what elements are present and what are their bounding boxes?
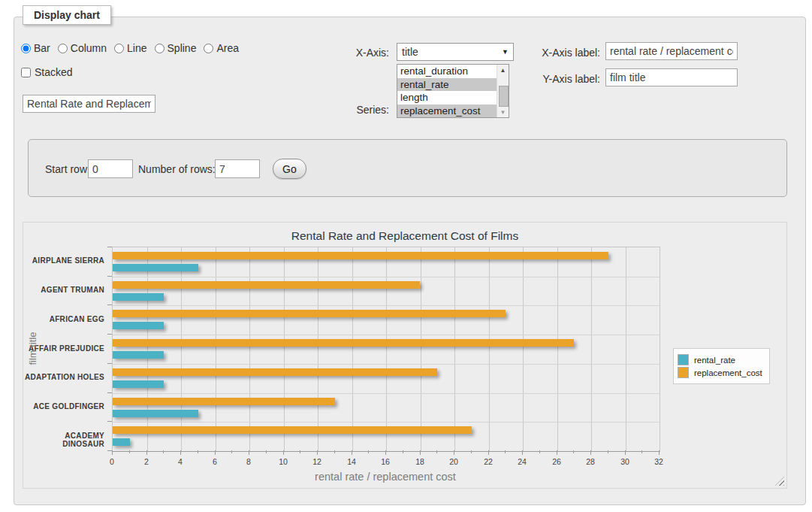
series-option-replacement_cost[interactable]: replacement_cost xyxy=(397,105,497,118)
panel-legend: Display chart xyxy=(23,5,111,25)
bar-rental_rate xyxy=(113,410,198,417)
category-label: AGENT TRUMAN xyxy=(23,286,104,294)
stacked-checkbox[interactable] xyxy=(21,68,31,77)
series-option-rental_rate[interactable]: rental_rate xyxy=(397,78,497,92)
bar-rental_rate xyxy=(113,322,164,329)
x-tick xyxy=(608,450,608,453)
bar-rental_rate xyxy=(113,264,198,271)
start-row-input[interactable] xyxy=(88,159,133,178)
chart-type-line[interactable]: Line xyxy=(114,42,146,54)
x-axis-select[interactable]: title ▼ xyxy=(397,43,514,61)
gridline-horizontal xyxy=(113,305,660,306)
resize-handle-icon[interactable] xyxy=(775,477,784,486)
x-tick xyxy=(659,450,660,455)
x-tick xyxy=(436,450,437,453)
x-tick xyxy=(163,450,164,453)
x-axis-select-label: X-Axis: xyxy=(323,47,389,59)
category-label: ADAPTATION HOLES xyxy=(23,373,104,381)
gridline-horizontal xyxy=(113,393,660,394)
x-tick xyxy=(215,450,216,455)
radio-spline[interactable] xyxy=(155,44,165,53)
x-tick-label: 6 xyxy=(204,457,226,466)
gridline-vertical xyxy=(660,247,660,451)
x-tick-label: 24 xyxy=(511,457,533,466)
gridline-horizontal xyxy=(113,422,660,423)
x-tick xyxy=(146,450,147,455)
series-option-length[interactable]: length xyxy=(397,91,497,105)
x-tick xyxy=(112,450,113,455)
category-label: AFRICAN EGG xyxy=(23,315,104,323)
bar-replacement_cost xyxy=(113,310,506,317)
chart-type-area[interactable]: Area xyxy=(204,42,239,54)
radio-label: Line xyxy=(127,42,146,54)
chart-type-spline[interactable]: Spline xyxy=(155,42,197,54)
x-tick-label: 4 xyxy=(169,457,192,466)
bar-rental_rate xyxy=(113,293,164,301)
radio-line[interactable] xyxy=(114,44,124,53)
radio-label: Area xyxy=(216,42,239,54)
scroll-down-icon[interactable]: ▼ xyxy=(497,107,509,117)
x-tick xyxy=(266,450,267,453)
radio-bar[interactable] xyxy=(21,44,31,53)
legend-label: replacement_cost xyxy=(694,368,762,377)
x-tick xyxy=(403,450,403,453)
num-rows-input[interactable] xyxy=(215,159,260,178)
bar-replacement_cost xyxy=(113,426,472,434)
x-tick xyxy=(385,450,386,455)
x-tick xyxy=(641,450,642,453)
gridline-vertical xyxy=(557,247,558,451)
chart-legend: rental_ratereplacement_cost xyxy=(673,348,770,384)
bar-replacement_cost xyxy=(113,339,574,347)
x-tick-label: 16 xyxy=(374,457,397,466)
gridline-vertical xyxy=(386,247,387,451)
gridline-vertical xyxy=(454,247,455,451)
x-tick xyxy=(180,450,181,455)
gridline-vertical xyxy=(523,247,524,451)
y-tick xyxy=(107,363,112,364)
x-tick-label: 14 xyxy=(340,457,363,466)
go-button[interactable]: Go xyxy=(273,159,306,179)
x-tick xyxy=(198,450,198,453)
x-tick-label: 26 xyxy=(545,457,568,466)
y-axis-label-label: Y-Axis label: xyxy=(526,73,600,85)
scrollbar-thumb[interactable] xyxy=(499,86,509,107)
x-tick xyxy=(539,450,540,453)
x-axis-label-input[interactable] xyxy=(605,42,738,60)
y-tick xyxy=(107,247,112,247)
chart-type-column[interactable]: Column xyxy=(58,42,107,54)
x-tick-label: 12 xyxy=(306,457,328,466)
series-listbox[interactable]: rental_durationrental_ratelengthreplacem… xyxy=(397,64,509,118)
y-axis-label-input[interactable] xyxy=(605,68,738,86)
gridline-horizontal xyxy=(113,335,660,335)
radio-area[interactable] xyxy=(204,44,213,53)
num-rows-label: Number of rows: xyxy=(138,163,216,175)
chart-type-radios: BarColumnLineSplineArea xyxy=(21,42,246,54)
y-tick xyxy=(107,421,112,422)
y-tick xyxy=(107,392,112,393)
x-tick xyxy=(625,450,626,455)
legend-swatch-icon xyxy=(678,367,689,378)
x-tick xyxy=(471,450,472,453)
radio-column[interactable] xyxy=(58,44,68,53)
x-tick xyxy=(129,450,130,453)
chart-title-input[interactable] xyxy=(23,95,155,113)
legend-label: rental_rate xyxy=(694,356,735,365)
series-scrollbar[interactable]: ▲ ▼ xyxy=(497,65,509,117)
series-option-rental_duration[interactable]: rental_duration xyxy=(397,65,497,78)
bar-replacement_cost xyxy=(113,281,420,289)
bar-replacement_cost xyxy=(113,252,608,259)
x-tick xyxy=(368,450,369,453)
x-tick xyxy=(249,450,249,455)
x-tick-label: 32 xyxy=(647,457,670,466)
bar-rental_rate xyxy=(113,438,130,446)
x-axis-label-label: X-Axis label: xyxy=(526,47,600,59)
y-tick xyxy=(107,304,112,305)
stacked-checkbox-row[interactable]: Stacked xyxy=(21,66,73,78)
gridline-vertical xyxy=(249,247,250,451)
x-tick xyxy=(300,450,300,453)
chart-type-bar[interactable]: Bar xyxy=(21,42,50,54)
x-tick xyxy=(505,450,506,453)
scroll-up-icon[interactable]: ▲ xyxy=(497,65,509,75)
gridline-vertical xyxy=(626,247,626,451)
category-label: ACADEMY DINOSAUR xyxy=(23,432,104,448)
